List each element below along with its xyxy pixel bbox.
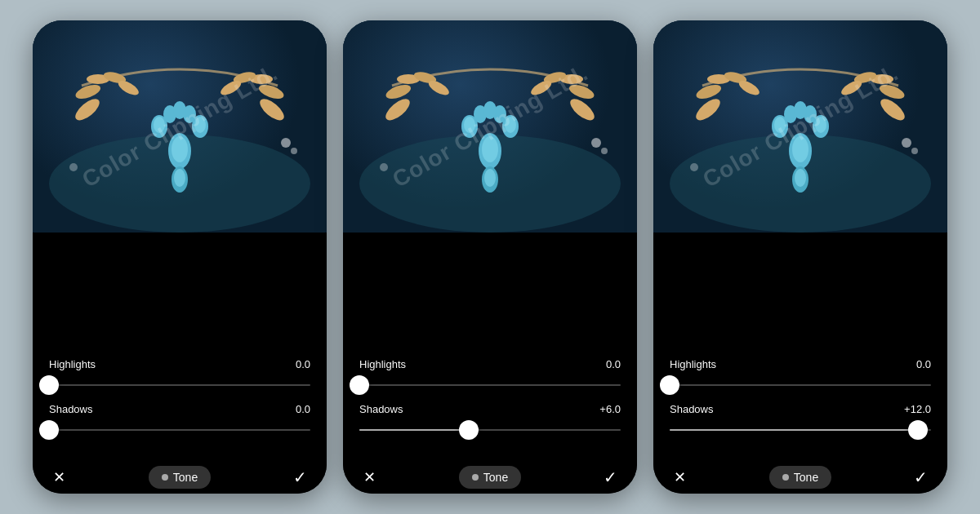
cancel-button-2[interactable]: ✕ bbox=[356, 464, 382, 490]
shadows-group-3: Shadows +12.0 bbox=[670, 403, 931, 440]
svg-point-66 bbox=[815, 117, 826, 133]
svg-point-48 bbox=[601, 148, 608, 154]
cancel-button-3[interactable]: ✕ bbox=[666, 464, 693, 490]
svg-point-12 bbox=[172, 136, 188, 162]
svg-point-56 bbox=[877, 95, 908, 124]
controls-2: Highlights 0.0 Shadows +6.0 bbox=[343, 233, 637, 458]
highlights-label-2: Highlights 0.0 bbox=[359, 358, 621, 370]
confirm-button-3[interactable]: ✓ bbox=[908, 464, 934, 490]
svg-point-69 bbox=[794, 101, 807, 119]
tone-dot-3 bbox=[782, 474, 789, 481]
svg-point-24 bbox=[69, 163, 78, 171]
svg-point-62 bbox=[792, 136, 808, 162]
photo-preview-3: Color Clipping Ltd. bbox=[653, 20, 947, 233]
svg-point-19 bbox=[173, 101, 186, 119]
highlights-slider-1[interactable] bbox=[49, 375, 310, 395]
highlights-group-2: Highlights 0.0 bbox=[359, 358, 621, 395]
svg-point-46 bbox=[484, 169, 496, 187]
tone-button-1[interactable]: Tone bbox=[149, 466, 211, 489]
controls-1: Highlights 0.0 Shadows 0.0 bbox=[33, 233, 327, 458]
svg-point-44 bbox=[483, 101, 497, 119]
svg-point-73 bbox=[911, 148, 918, 154]
phone-1: Color Clipping Ltd. Highlights 0.0 Shado… bbox=[33, 20, 327, 494]
svg-point-49 bbox=[380, 163, 388, 171]
controls-3: Highlights 0.0 Shadows +12.0 bbox=[653, 233, 947, 458]
shadows-label-1: Shadows 0.0 bbox=[49, 403, 310, 415]
bottom-bar-3: ✕ Tone ✓ bbox=[653, 458, 947, 494]
svg-point-51 bbox=[693, 95, 724, 124]
confirm-button-2[interactable]: ✓ bbox=[598, 464, 624, 490]
highlights-group-1: Highlights 0.0 bbox=[49, 358, 310, 395]
photo-preview-1: Color Clipping Ltd. bbox=[33, 20, 327, 233]
photo-preview-2: Color Clipping Ltd. bbox=[343, 20, 637, 233]
highlights-label-3: Highlights 0.0 bbox=[670, 358, 931, 370]
shadows-group-2: Shadows +6.0 bbox=[359, 403, 621, 440]
svg-point-74 bbox=[690, 163, 698, 171]
svg-point-64 bbox=[774, 117, 786, 133]
bottom-bar-2: ✕ Tone ✓ bbox=[343, 458, 637, 494]
shadows-label-3: Shadows +12.0 bbox=[670, 403, 931, 415]
svg-point-39 bbox=[464, 117, 475, 133]
shadows-slider-3[interactable] bbox=[670, 420, 931, 440]
svg-point-14 bbox=[154, 117, 165, 133]
bottom-bar-1: ✕ Tone ✓ bbox=[33, 458, 327, 494]
shadows-label-2: Shadows +6.0 bbox=[359, 403, 621, 415]
tone-dot-2 bbox=[472, 474, 479, 481]
phone-3: Color Clipping Ltd. Highlights 0.0 Shado… bbox=[653, 20, 947, 494]
highlights-label-1: Highlights 0.0 bbox=[49, 358, 310, 370]
shadows-slider-2[interactable] bbox=[359, 420, 621, 440]
tone-dot-1 bbox=[162, 474, 168, 481]
highlights-slider-2[interactable] bbox=[359, 375, 621, 395]
cancel-button-1[interactable]: ✕ bbox=[46, 464, 72, 490]
svg-point-22 bbox=[281, 138, 291, 148]
tone-button-3[interactable]: Tone bbox=[769, 466, 831, 489]
tone-button-2[interactable]: Tone bbox=[459, 466, 521, 489]
svg-point-21 bbox=[174, 169, 185, 187]
svg-point-6 bbox=[256, 95, 287, 124]
shadows-group-1: Shadows 0.0 bbox=[49, 403, 310, 440]
confirm-button-1[interactable]: ✓ bbox=[287, 464, 314, 490]
svg-point-23 bbox=[291, 148, 297, 154]
highlights-slider-3[interactable] bbox=[670, 375, 931, 395]
svg-point-41 bbox=[505, 117, 516, 133]
svg-point-26 bbox=[382, 95, 413, 124]
svg-point-71 bbox=[795, 169, 806, 187]
svg-point-72 bbox=[902, 138, 911, 148]
highlights-group-3: Highlights 0.0 bbox=[670, 358, 931, 395]
svg-point-31 bbox=[567, 95, 598, 124]
svg-point-1 bbox=[72, 95, 103, 124]
svg-point-16 bbox=[194, 117, 206, 133]
svg-point-37 bbox=[482, 136, 498, 162]
phone-2: Color Clipping Ltd. Highlights 0.0 Shado… bbox=[343, 20, 637, 494]
shadows-slider-1[interactable] bbox=[49, 420, 310, 440]
svg-point-47 bbox=[591, 138, 601, 148]
